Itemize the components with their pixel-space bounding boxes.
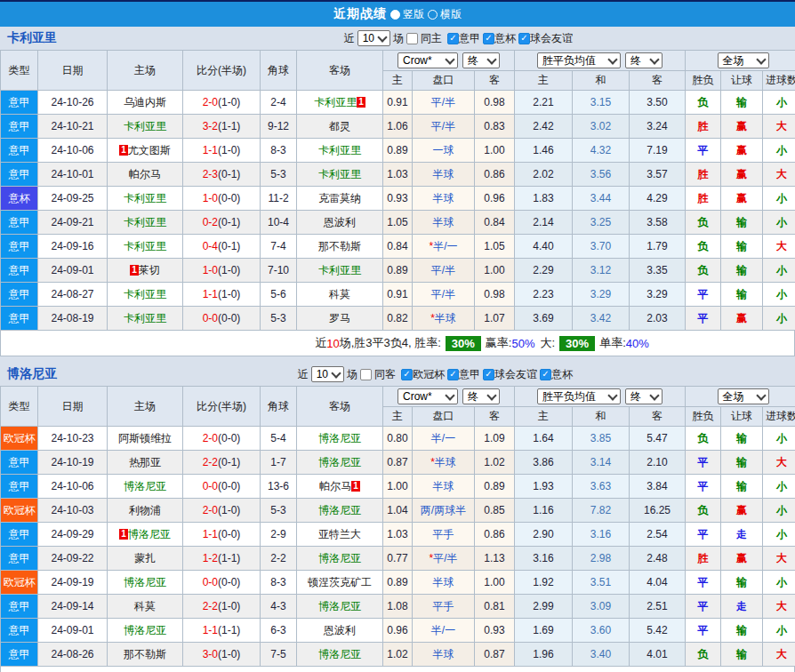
home-team-cell: 博洛尼亚 [108, 571, 183, 595]
final-avg-select[interactable]: 终 [625, 52, 662, 68]
col-home: 主场 [108, 51, 183, 91]
away-odds-cell: 1.00 [475, 139, 515, 163]
avg-draw-cell: 3.02 [573, 115, 630, 139]
filter-bar: 近 10 场 同客 ✓欧冠杯✓意甲✓球会友谊✓意杯 [298, 366, 573, 382]
chevron-down-icon [649, 54, 659, 64]
result-cell: 平 [686, 571, 721, 595]
halftime-score: (0-1) [218, 168, 240, 180]
filter-bar: 近 10 场 同主 ✓意甲✓意杯✓球会友谊 [344, 30, 573, 46]
summary-bar-cagliari: 近10场,胜3平3负4, 胜率:30%赢率:50%大:30%单率:40% [0, 331, 795, 356]
handicap-cell: *半/一 [413, 235, 475, 259]
fulltime-score: 2-0 [203, 96, 218, 108]
handicap-cell: 半球 [413, 163, 475, 187]
goals-result-cell: 小 [763, 283, 795, 307]
halftime-score: (0-0) [218, 480, 240, 492]
match-row: 意甲24-09-291博洛尼亚1-1(0-0)2-9亚特兰大1.03平手0.86… [1, 523, 795, 547]
col-date: 日期 [38, 387, 108, 427]
match-date: 24-10-03 [38, 499, 108, 523]
handicap-cell: 两/两球半 [413, 499, 475, 523]
final-odds-select[interactable]: 终 [462, 388, 500, 404]
horizontal-layout-radio[interactable]: 横版 [428, 7, 462, 22]
league-checkbox[interactable]: ✓ [447, 369, 459, 380]
team-name-text: 博洛尼亚 [318, 456, 361, 468]
match-date: 24-10-21 [38, 115, 108, 139]
corners-cell: 9-12 [261, 115, 297, 139]
fulltime-score: 2-2 [203, 600, 218, 612]
team-name-text: 科莫 [329, 288, 350, 300]
same-venue-checkbox[interactable] [406, 33, 418, 44]
halftime-score: (0-0) [218, 432, 240, 444]
avg-draw-cell: 3.70 [573, 235, 630, 259]
handicap-result-cell: 赢 [721, 115, 763, 139]
league-checkbox[interactable]: ✓ [401, 369, 413, 380]
summary-text: 近 [315, 335, 326, 351]
away-team-cell: 博洛尼亚 [297, 547, 383, 571]
league-checkbox[interactable]: ✓ [518, 33, 530, 44]
result-cell: 负 [686, 643, 721, 667]
match-date: 24-10-06 [38, 139, 108, 163]
away-odds-cell: 1.09 [475, 427, 515, 451]
match-date: 24-10-26 [38, 91, 108, 115]
final-odds-select[interactable]: 终 [462, 52, 500, 68]
handicap-text: 平/半 [431, 288, 455, 300]
home-team-cell: 1尤文图斯 [108, 139, 183, 163]
handicap-result-cell: 输 [721, 451, 763, 475]
match-row: 欧冠杯24-10-23阿斯顿维拉2-0(0-0)5-4博洛尼亚0.80半/一1.… [1, 427, 795, 451]
halftime-score: (1-1) [218, 120, 240, 132]
chevron-down-icon [445, 54, 454, 64]
handicap-cell: 半球 [413, 571, 475, 595]
avg-odds-select[interactable]: 胜平负均值 [537, 52, 621, 68]
fulltime-score: 1-1 [203, 144, 218, 156]
scope-select[interactable]: 全场 [718, 388, 769, 404]
fulltime-score: 2-2 [203, 456, 218, 468]
result-cell: 胜 [686, 163, 721, 187]
league-checkbox[interactable]: ✓ [483, 33, 494, 44]
league-checkbox[interactable]: ✓ [540, 369, 551, 380]
team-name-text: 博洛尼亚 [128, 528, 171, 540]
score-cell: 1-0(1-0) [183, 259, 261, 283]
avg-home-cell: 3.16 [515, 547, 573, 571]
avg-home-cell: 3.86 [515, 451, 573, 475]
result-cell: 胜 [686, 115, 721, 139]
final-avg-select[interactable]: 终 [625, 388, 662, 404]
section-header-cagliari: 卡利亚里 近 10 场 同主 ✓意甲✓意杯✓球会友谊 [0, 27, 795, 50]
score-cell: 2-2(1-0) [183, 595, 261, 619]
league-badge: 意甲 [1, 259, 38, 283]
halftime-score: (1-0) [218, 264, 240, 276]
vertical-layout-radio[interactable]: 竖版 [390, 7, 424, 22]
away-odds-cell: 0.83 [475, 115, 515, 139]
goals-result-cell: 小 [763, 427, 795, 451]
home-odds-cell: 1.08 [383, 595, 413, 619]
handicap-text: 平/半 [431, 264, 455, 276]
match-count-select[interactable]: 10 [311, 366, 344, 382]
chevron-down-icon [607, 54, 617, 64]
bookmaker-select[interactable]: Crow* [398, 52, 458, 68]
away-team-cell: 卡利亚里 [297, 163, 383, 187]
away-team-cell: 恩波利 [297, 619, 383, 643]
col-goals: 进球数 [763, 407, 795, 427]
avg-odds-select[interactable]: 胜平负均值 [537, 388, 621, 404]
corners-cell: 5-3 [261, 307, 297, 331]
league-checkbox[interactable]: ✓ [483, 369, 494, 380]
match-row: 意甲24-09-011莱切1-0(1-0)7-10卡利亚里0.89平/半1.00… [1, 259, 795, 283]
col-odds-away: 客 [475, 71, 515, 91]
avg-home-cell: 2.02 [515, 163, 573, 187]
avg-away-cell: 1.79 [630, 235, 686, 259]
league-filter-option: ✓球会友谊 [518, 31, 573, 46]
team-name-text: 都灵 [329, 120, 350, 132]
away-team-cell: 克雷莫纳 [297, 187, 383, 211]
league-badge: 意甲 [1, 211, 38, 235]
result-cell: 平 [686, 475, 721, 499]
red-card-badge: 1 [130, 265, 139, 276]
league-badge: 欧冠杯 [1, 499, 38, 523]
handicap-result-cell: 输 [721, 643, 763, 667]
scope-select[interactable]: 全场 [718, 52, 769, 68]
team-name-text: 卡利亚里 [318, 144, 361, 156]
team-name-text: 博洛尼亚 [318, 432, 361, 444]
same-venue-checkbox[interactable] [360, 369, 372, 380]
chevron-down-icon [377, 32, 387, 42]
bookmaker-select[interactable]: Crow* [398, 388, 458, 404]
league-checkbox[interactable]: ✓ [447, 33, 459, 44]
match-count-select[interactable]: 10 [357, 30, 390, 46]
match-row: 意甲24-09-14科莫2-2(1-0)4-3博洛尼亚1.08平手0.812.9… [1, 595, 795, 619]
